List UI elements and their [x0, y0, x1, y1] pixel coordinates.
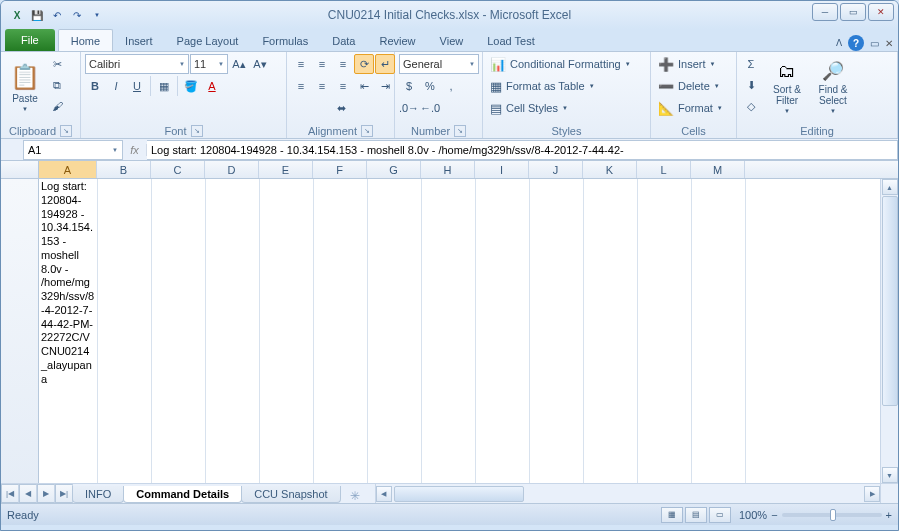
- align-bottom-button[interactable]: ≡: [333, 54, 353, 74]
- tab-formulas[interactable]: Formulas: [250, 31, 320, 51]
- vscroll-thumb[interactable]: [882, 196, 898, 406]
- decrease-font-button[interactable]: A▾: [250, 54, 270, 74]
- horizontal-scrollbar[interactable]: ◀ ▶: [375, 484, 880, 503]
- wrap-text-button[interactable]: ↵: [375, 54, 395, 74]
- align-top-button[interactable]: ≡: [291, 54, 311, 74]
- cell-A1[interactable]: Log start: 120804-194928 - 10.34.154.153…: [39, 179, 97, 387]
- fx-button[interactable]: fx: [123, 144, 147, 156]
- tab-insert[interactable]: Insert: [113, 31, 165, 51]
- find-select-button[interactable]: 🔎 Find & Select ▼: [811, 54, 855, 120]
- font-size-combo[interactable]: 11▼: [190, 54, 228, 74]
- col-header-I[interactable]: I: [475, 161, 529, 178]
- zoom-slider[interactable]: [782, 513, 882, 517]
- scroll-up-button[interactable]: ▲: [882, 179, 898, 195]
- tab-home[interactable]: Home: [58, 29, 113, 51]
- row-headers[interactable]: [1, 179, 39, 503]
- minimize-ribbon-icon[interactable]: ᐱ: [836, 38, 842, 48]
- scroll-down-button[interactable]: ▼: [882, 467, 898, 483]
- sheet-nav-last[interactable]: ▶|: [55, 484, 73, 503]
- paste-button[interactable]: 📋 Paste ▼: [5, 54, 45, 120]
- col-header-H[interactable]: H: [421, 161, 475, 178]
- spreadsheet-grid[interactable]: A B C D E F G H I J K L M Log start: 120…: [1, 161, 898, 503]
- clipboard-launcher[interactable]: ↘: [60, 125, 72, 137]
- zoom-slider-knob[interactable]: [830, 509, 836, 521]
- scroll-left-button[interactable]: ◀: [376, 486, 392, 502]
- col-header-C[interactable]: C: [151, 161, 205, 178]
- sheet-nav-first[interactable]: |◀: [1, 484, 19, 503]
- col-header-F[interactable]: F: [313, 161, 367, 178]
- autosum-button[interactable]: Σ: [741, 54, 761, 74]
- view-pagebreak-button[interactable]: ▭: [709, 507, 731, 523]
- tab-view[interactable]: View: [428, 31, 476, 51]
- new-sheet-button[interactable]: ✳: [341, 489, 369, 503]
- col-header-E[interactable]: E: [259, 161, 313, 178]
- hscroll-thumb[interactable]: [394, 486, 524, 502]
- vertical-scrollbar[interactable]: ▲ ▼: [880, 179, 898, 483]
- tab-load-test[interactable]: Load Test: [475, 31, 547, 51]
- fill-color-button[interactable]: 🪣: [181, 76, 201, 96]
- zoom-in-button[interactable]: +: [886, 509, 892, 521]
- tab-page-layout[interactable]: Page Layout: [165, 31, 251, 51]
- sheet-tab-ccu-snapshot[interactable]: CCU Snapshot: [241, 486, 340, 503]
- minimize-button[interactable]: ─: [812, 3, 838, 21]
- tab-review[interactable]: Review: [367, 31, 427, 51]
- col-header-J[interactable]: J: [529, 161, 583, 178]
- underline-button[interactable]: U: [127, 76, 147, 96]
- bold-button[interactable]: B: [85, 76, 105, 96]
- font-launcher[interactable]: ↘: [191, 125, 203, 137]
- align-right-button[interactable]: ≡: [333, 76, 353, 96]
- help-icon[interactable]: ?: [848, 35, 864, 51]
- sheet-tab-command-details[interactable]: Command Details: [123, 486, 242, 503]
- sheet-nav-next[interactable]: ▶: [37, 484, 55, 503]
- italic-button[interactable]: I: [106, 76, 126, 96]
- undo-icon[interactable]: ↶: [49, 7, 65, 23]
- sheet-nav-prev[interactable]: ◀: [19, 484, 37, 503]
- window-close-icon[interactable]: ✕: [885, 38, 893, 49]
- col-header-A[interactable]: A: [39, 161, 97, 178]
- increase-decimal-button[interactable]: .0→: [399, 98, 419, 118]
- col-header-M[interactable]: M: [691, 161, 745, 178]
- maximize-button[interactable]: ▭: [840, 3, 866, 21]
- font-color-button[interactable]: A: [202, 76, 222, 96]
- align-left-button[interactable]: ≡: [291, 76, 311, 96]
- col-header-K[interactable]: K: [583, 161, 637, 178]
- decrease-indent-button[interactable]: ⇤: [354, 76, 374, 96]
- redo-icon[interactable]: ↷: [69, 7, 85, 23]
- formula-input[interactable]: Log start: 120804-194928 - 10.34.154.153…: [147, 140, 898, 160]
- orientation-button[interactable]: ⟳: [354, 54, 374, 74]
- tab-data[interactable]: Data: [320, 31, 367, 51]
- col-header-L[interactable]: L: [637, 161, 691, 178]
- decrease-decimal-button[interactable]: ←.0: [420, 98, 440, 118]
- currency-button[interactable]: $: [399, 76, 419, 96]
- percent-button[interactable]: %: [420, 76, 440, 96]
- close-button[interactable]: ✕: [868, 3, 894, 21]
- format-cells-button[interactable]: 📐Format▼: [655, 98, 726, 118]
- view-pagelayout-button[interactable]: ▤: [685, 507, 707, 523]
- col-header-G[interactable]: G: [367, 161, 421, 178]
- copy-button[interactable]: ⧉: [47, 75, 67, 95]
- tab-file[interactable]: File: [5, 29, 55, 51]
- select-all-corner[interactable]: [1, 161, 39, 178]
- align-middle-button[interactable]: ≡: [312, 54, 332, 74]
- font-name-combo[interactable]: Calibri▼: [85, 54, 189, 74]
- format-as-table-button[interactable]: ▦Format as Table▼: [487, 76, 598, 96]
- number-launcher[interactable]: ↘: [454, 125, 466, 137]
- cut-button[interactable]: ✂: [47, 54, 67, 74]
- delete-cells-button[interactable]: ➖Delete▼: [655, 76, 723, 96]
- sheet-tab-info[interactable]: INFO: [72, 486, 124, 503]
- col-header-D[interactable]: D: [205, 161, 259, 178]
- merge-center-button[interactable]: ⬌: [291, 98, 391, 118]
- zoom-out-button[interactable]: −: [771, 509, 777, 521]
- name-box[interactable]: A1▼: [23, 140, 123, 160]
- cell-styles-button[interactable]: ▤Cell Styles▼: [487, 98, 571, 118]
- fill-button[interactable]: ⬇: [741, 75, 761, 95]
- number-format-combo[interactable]: General▼: [399, 54, 479, 74]
- window-restore-icon[interactable]: ▭: [870, 38, 879, 49]
- save-icon[interactable]: 💾: [29, 7, 45, 23]
- format-painter-button[interactable]: 🖌: [47, 96, 67, 116]
- sort-filter-button[interactable]: 🗂 Sort & Filter ▼: [765, 54, 809, 120]
- clear-button[interactable]: ◇: [741, 96, 761, 116]
- insert-cells-button[interactable]: ➕Insert▼: [655, 54, 718, 74]
- align-center-button[interactable]: ≡: [312, 76, 332, 96]
- qat-dropdown-icon[interactable]: ▼: [89, 7, 105, 23]
